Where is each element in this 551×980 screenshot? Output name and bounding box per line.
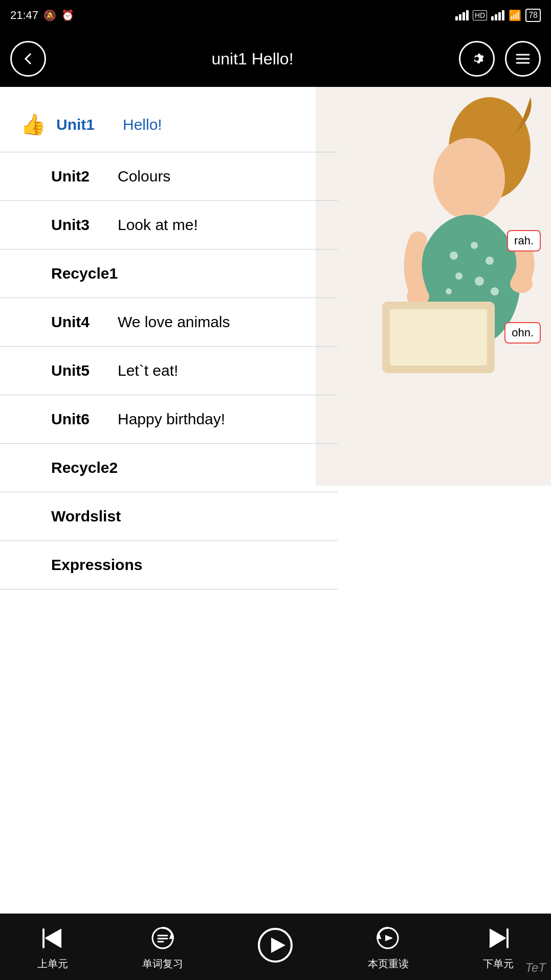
alarm-icon: 🔕	[43, 9, 56, 21]
nav-bar: unit1 Hello!	[0, 31, 551, 87]
svg-marker-25	[271, 938, 285, 953]
menu-title-label: We love animals	[118, 313, 230, 331]
hd-icon: HD	[473, 10, 487, 20]
svg-rect-18	[390, 309, 487, 366]
menu-item-unit4[interactable]: Unit4 We love animals	[0, 298, 338, 347]
menu-title-label: Let`t eat!	[118, 362, 178, 379]
vocab-icon	[147, 923, 178, 954]
svg-point-14	[491, 287, 499, 295]
play-button[interactable]	[257, 927, 293, 966]
svg-point-12	[475, 277, 484, 286]
status-bar: 21:47 🔕 ⏰ HD 📶 78	[0, 0, 551, 31]
prev-label: 上单元	[37, 957, 68, 971]
deco-image	[316, 87, 551, 486]
speech-bubble-john: ohn.	[504, 322, 541, 344]
menu-unit-label: Unit2	[51, 168, 102, 185]
vocab-label: 单词复习	[142, 957, 183, 971]
menu-unit-label: Unit1	[56, 116, 107, 133]
svg-point-13	[446, 288, 452, 294]
prev-unit-button[interactable]: 上单元	[37, 923, 68, 971]
nav-icons	[459, 41, 541, 77]
replay-label: 本页重读	[368, 957, 409, 971]
settings-button[interactable]	[459, 41, 495, 77]
menu-unit-label: Expressions	[51, 556, 142, 574]
next-label: 下单元	[483, 957, 514, 971]
menu-item-unit2[interactable]: Unit2 Colours	[0, 152, 338, 201]
menu-item-wordslist[interactable]: Wordslist	[0, 492, 338, 541]
status-right: HD 📶 78	[455, 9, 541, 22]
menu-item-unit5[interactable]: Unit5 Let`t eat!	[0, 347, 338, 395]
speech-bubble-rah: rah.	[507, 230, 541, 252]
time-display: 21:47	[10, 9, 38, 22]
wifi-icon: 📶	[509, 9, 521, 21]
menu-item-recycle2[interactable]: Recycle2	[0, 444, 338, 492]
play-icon	[257, 927, 293, 963]
signal-icon	[455, 10, 469, 20]
svg-point-8	[450, 252, 458, 260]
prev-icon	[37, 923, 68, 954]
menu-title-label: Look at me!	[118, 216, 198, 234]
back-button[interactable]	[10, 41, 46, 77]
svg-point-5	[433, 138, 505, 220]
tet-label: TeT	[525, 961, 546, 975]
menu-title-label: Happy birthday!	[118, 411, 225, 428]
menu-unit-label: Recycle1	[51, 265, 118, 282]
menu-unit-label: Recycle2	[51, 459, 118, 476]
next-unit-button[interactable]: 下单元	[483, 923, 514, 971]
vocab-review-button[interactable]: 单词复习	[142, 923, 183, 971]
svg-point-16	[510, 275, 533, 293]
menu-item-unit1[interactable]: 👍 Unit1 Hello!	[0, 97, 338, 152]
menu-unit-label: Unit6	[51, 411, 102, 428]
signal2-icon	[491, 10, 504, 20]
clock-icon: ⏰	[61, 9, 74, 21]
next-icon	[483, 923, 514, 954]
svg-point-9	[471, 242, 478, 249]
menu-item-recycle1[interactable]: Recycle1	[0, 249, 338, 298]
nav-title: unit1 Hello!	[211, 50, 293, 69]
svg-point-10	[486, 257, 494, 265]
menu-unit-label: Unit5	[51, 362, 102, 379]
replay-icon	[373, 923, 404, 954]
menu-unit-label: Unit3	[51, 216, 102, 234]
status-left: 21:47 🔕 ⏰	[10, 9, 74, 22]
main-content: rah. ohn. 👍 Unit1 Hello! Unit2 Colours U…	[0, 87, 551, 914]
replay-button[interactable]: 本页重读	[368, 923, 409, 971]
menu-item-unit3[interactable]: Unit3 Look at me!	[0, 201, 338, 249]
battery-display: 78	[525, 9, 541, 22]
thumb-icon: 👍	[20, 112, 46, 136]
menu-title-label: Colours	[118, 168, 170, 185]
menu-title-label: Hello!	[123, 116, 162, 133]
bottom-toolbar: 上单元 单词复习	[0, 914, 551, 980]
svg-point-11	[455, 272, 462, 280]
menu-unit-label: Unit4	[51, 313, 102, 331]
menu-item-expressions[interactable]: Expressions	[0, 541, 338, 589]
menu-unit-label: Wordslist	[51, 508, 121, 525]
menu-item-unit6[interactable]: Unit6 Happy birthday!	[0, 395, 338, 444]
menu-button[interactable]	[505, 41, 541, 77]
